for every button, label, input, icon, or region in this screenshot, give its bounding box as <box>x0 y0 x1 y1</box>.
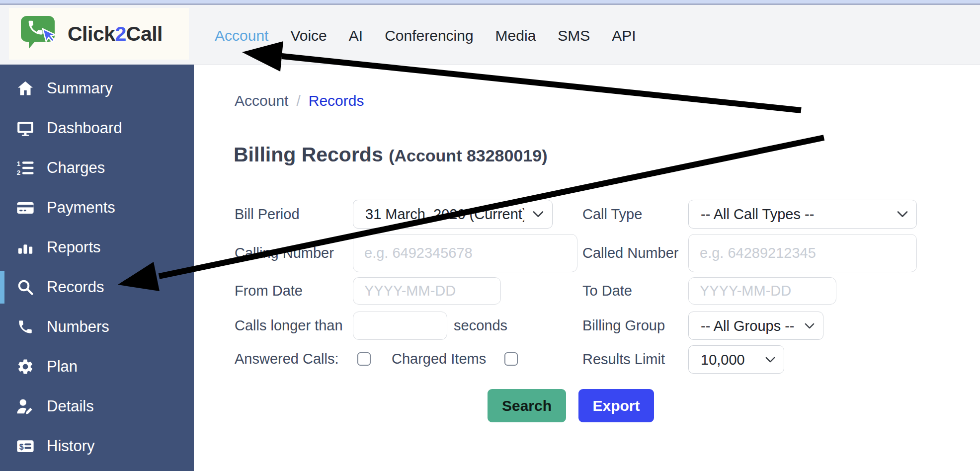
nav-media[interactable]: Media <box>495 27 536 44</box>
nav-sms[interactable]: SMS <box>558 27 590 44</box>
sidebar-item-label: Dashboard <box>47 119 122 137</box>
export-button[interactable]: Export <box>578 389 654 422</box>
money-check-icon: $ <box>16 437 35 456</box>
brand-text: Click2Call <box>68 22 163 46</box>
called-number-label: Called Number <box>582 234 678 272</box>
call-type-select[interactable]: -- All Call Types -- <box>688 200 917 229</box>
calls-longer-than-label: Calls longer than <box>235 312 343 340</box>
gear-icon <box>16 357 35 376</box>
nav-api[interactable]: API <box>612 27 636 44</box>
billing-group-select[interactable]: -- All Groups -- <box>688 312 823 340</box>
billing-group-select-wrap: -- All Groups -- <box>688 312 823 340</box>
sidebar-item-label: Numbers <box>47 318 109 336</box>
sidebar-item-label: Charges <box>47 159 105 177</box>
credit-card-icon <box>16 198 35 217</box>
call-type-select-wrap: -- All Call Types -- <box>688 200 917 229</box>
main-content: Account/Records Billing Records (Account… <box>194 65 980 471</box>
phone-icon <box>16 317 35 336</box>
account-number: (Account 83280019) <box>389 146 547 165</box>
svg-text:$: $ <box>19 443 24 451</box>
nav-ai[interactable]: AI <box>349 27 363 44</box>
calls-longer-than-input[interactable] <box>353 312 447 340</box>
nav-account[interactable]: Account <box>215 27 268 44</box>
svg-text:2: 2 <box>17 169 21 176</box>
sidebar-item-label: Plan <box>47 358 78 376</box>
monitor-icon <box>16 119 35 138</box>
from-date-label: From Date <box>235 277 303 305</box>
chat-phone-cursor-logo-icon <box>20 14 61 54</box>
charged-items-checkbox[interactable] <box>504 352 518 366</box>
sidebar-item-details[interactable]: Details <box>0 387 194 426</box>
breadcrumb-account[interactable]: Account <box>235 92 288 109</box>
home-icon <box>16 79 35 98</box>
breadcrumb-records[interactable]: Records <box>309 92 364 109</box>
calling-number-input[interactable] <box>353 234 577 272</box>
bill-period-label: Bill Period <box>235 200 300 229</box>
browser-top-strip <box>0 0 980 5</box>
sidebar-item-reports[interactable]: Reports <box>0 228 194 267</box>
svg-text:1: 1 <box>17 160 21 167</box>
results-limit-select-wrap: 10,000 <box>688 345 784 374</box>
nav-conferencing[interactable]: Conferencing <box>385 27 473 44</box>
sidebar-item-numbers[interactable]: Numbers <box>0 307 194 347</box>
calling-number-label: Calling Number <box>235 234 334 272</box>
sidebar-item-plan[interactable]: Plan <box>0 347 194 387</box>
to-date-label: To Date <box>582 277 632 305</box>
answered-calls-checkbox[interactable] <box>357 352 371 366</box>
results-limit-label: Results Limit <box>582 345 665 374</box>
from-date-input[interactable] <box>353 277 501 305</box>
search-icon <box>16 278 35 297</box>
to-date-input[interactable] <box>688 277 836 305</box>
sidebar-item-label: Records <box>47 278 104 296</box>
sidebar: Summary Dashboard 12 Charges Payments Re… <box>0 65 194 471</box>
ordered-list-icon: 12 <box>16 158 35 177</box>
nav-voice[interactable]: Voice <box>290 27 327 44</box>
breadcrumb-separator: / <box>288 92 308 109</box>
billing-group-label: Billing Group <box>582 312 665 340</box>
breadcrumb: Account/Records <box>235 92 364 109</box>
sidebar-item-label: Details <box>47 397 94 415</box>
called-number-input[interactable] <box>688 234 917 272</box>
sidebar-item-history[interactable]: $ History <box>0 426 194 466</box>
search-button[interactable]: Search <box>488 389 566 422</box>
user-edit-icon <box>16 397 35 416</box>
call-type-label: Call Type <box>582 200 642 229</box>
bill-period-select-wrap: 31 March, 2020 (Current) <box>353 200 553 229</box>
charged-items-label: Charged Items <box>392 345 486 373</box>
sidebar-item-label: Summary <box>47 79 113 97</box>
sidebar-item-payments[interactable]: Payments <box>0 188 194 228</box>
results-limit-select[interactable]: 10,000 <box>688 345 784 374</box>
click2call-billing-records-page: Click2Call Account Voice AI Conferencing… <box>0 0 980 471</box>
sidebar-item-label: Payments <box>47 199 115 217</box>
sidebar-item-summary[interactable]: Summary <box>0 69 194 108</box>
logo[interactable]: Click2Call <box>9 8 189 60</box>
bill-period-select[interactable]: 31 March, 2020 (Current) <box>353 200 553 229</box>
answered-calls-label: Answered Calls: <box>235 345 339 373</box>
active-item-indicator <box>0 271 4 304</box>
sidebar-item-label: History <box>47 437 94 455</box>
top-nav: Account Voice AI Conferencing Media SMS … <box>215 6 636 65</box>
sidebar-item-records[interactable]: Records <box>0 267 194 307</box>
bar-chart-icon <box>16 238 35 257</box>
sidebar-item-dashboard[interactable]: Dashboard <box>0 108 194 148</box>
sidebar-item-label: Reports <box>47 238 101 256</box>
sidebar-item-charges[interactable]: 12 Charges <box>0 148 194 188</box>
page-title: Billing Records (Account 83280019) <box>234 143 548 166</box>
header: Click2Call Account Voice AI Conferencing… <box>0 0 980 65</box>
seconds-label: seconds <box>454 312 507 340</box>
